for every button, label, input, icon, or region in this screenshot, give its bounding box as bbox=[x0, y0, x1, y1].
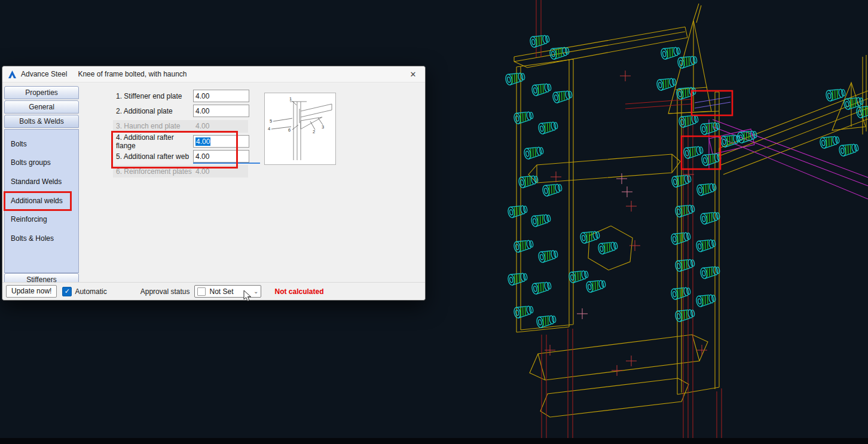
sidebar-item-bolts-groups[interactable]: Bolts groups bbox=[5, 154, 78, 173]
tab-bolts-welds[interactable]: Bolts & Welds bbox=[4, 115, 79, 128]
diagram-label-6: 6 bbox=[288, 127, 291, 133]
field-row-reinforcement-plates: 6. Reinforcement plates 4.00 bbox=[80, 164, 425, 179]
weld-diagram-thumbnail: 1 2 3 4 5 6 bbox=[264, 93, 336, 165]
field-row-stiffener-end-plate: 1. Stiffener end plate bbox=[80, 88, 425, 103]
sidebar-item-standard-welds[interactable]: Standard Welds bbox=[5, 172, 78, 191]
selected-text: 4.00 bbox=[195, 137, 210, 146]
automatic-checkbox[interactable]: ✓ bbox=[62, 287, 72, 296]
viewport-bottom-strip bbox=[0, 438, 868, 444]
automatic-checkbox-group: ✓ Automatic bbox=[62, 287, 106, 296]
automatic-label: Automatic bbox=[75, 287, 106, 296]
field-label: 2. Additional plate bbox=[116, 107, 193, 115]
field-label: 5. Additional rafter web bbox=[116, 152, 193, 161]
bolts-welds-panel: Bolts Bolts groups Standard Welds Additi… bbox=[4, 129, 79, 273]
dialog-footer: Update now! ✓ Automatic Approval status … bbox=[2, 282, 425, 300]
advance-steel-logo-icon bbox=[8, 70, 17, 79]
field-label: 1. Stiffener end plate bbox=[116, 92, 193, 100]
stiffener-end-plate-input[interactable] bbox=[193, 90, 249, 102]
weld-diagram: 1 2 3 4 5 6 bbox=[265, 93, 335, 164]
diagram-label-2: 2 bbox=[313, 129, 315, 134]
reinforcement-plates-value: 4.00 bbox=[193, 167, 249, 176]
close-icon[interactable]: ✕ bbox=[405, 68, 421, 81]
additional-rafter-flange-input[interactable]: 4.00 bbox=[193, 135, 249, 148]
not-calculated-status: Not calculated bbox=[274, 287, 323, 296]
sidebar-item-reinforcing[interactable]: Reinforcing bbox=[5, 210, 78, 229]
chevron-down-icon: ⌄ bbox=[253, 288, 258, 295]
field-label: 3. Haunch end plate bbox=[116, 122, 193, 130]
dialog-content: 1. Stiffener end plate 2. Additional pla… bbox=[80, 82, 425, 282]
approval-status-value: Not Set bbox=[209, 287, 233, 296]
sidebar-item-label: Additional welds bbox=[11, 197, 63, 205]
diagram-label-5: 5 bbox=[270, 118, 272, 124]
field-row-additional-rafter-web: 5. Additional rafter web bbox=[80, 149, 425, 164]
haunch-end-plate-value: 4.00 bbox=[193, 121, 249, 131]
diagram-label-1: 1 bbox=[289, 96, 292, 102]
app-name: Advance Steel bbox=[21, 70, 67, 78]
mouse-cursor bbox=[243, 290, 252, 302]
field-row-haunch-end-plate: 3. Haunch end plate 4.00 bbox=[80, 119, 425, 134]
additional-rafter-web-input[interactable] bbox=[193, 150, 249, 163]
field-row-additional-plate: 2. Additional plate bbox=[80, 103, 425, 118]
additional-plate-input[interactable] bbox=[193, 105, 249, 117]
field-label: 4. Additional rafter flange bbox=[116, 133, 193, 150]
approval-status-label: Approval status bbox=[140, 287, 190, 296]
dialog-sidebar: Properties General Bolts & Welds Bolts B… bbox=[2, 82, 80, 282]
diagram-label-3: 3 bbox=[322, 124, 324, 130]
dialog-title: Knee of frame bolted, with haunch bbox=[78, 70, 187, 78]
field-label: 6. Reinforcement plates bbox=[116, 167, 193, 176]
tab-properties[interactable]: Properties bbox=[4, 86, 79, 99]
field-row-additional-rafter-flange: 4. Additional rafter flange 4.00 bbox=[80, 134, 425, 149]
diagram-label-4: 4 bbox=[268, 126, 270, 131]
joint-properties-dialog: Advance Steel Knee of frame bolted, with… bbox=[2, 66, 426, 301]
sidebar-item-bolts-holes[interactable]: Bolts & Holes bbox=[5, 229, 78, 248]
sidebar-item-additional-welds[interactable]: Additional welds bbox=[5, 191, 78, 210]
sidebar-item-bolts[interactable]: Bolts bbox=[5, 134, 78, 154]
dialog-titlebar[interactable]: Advance Steel Knee of frame bolted, with… bbox=[2, 66, 425, 82]
dialog-body: Properties General Bolts & Welds Bolts B… bbox=[2, 82, 425, 282]
update-now-button[interactable]: Update now! bbox=[6, 285, 57, 298]
status-color-swatch bbox=[197, 287, 206, 296]
tab-general[interactable]: General bbox=[4, 100, 79, 114]
